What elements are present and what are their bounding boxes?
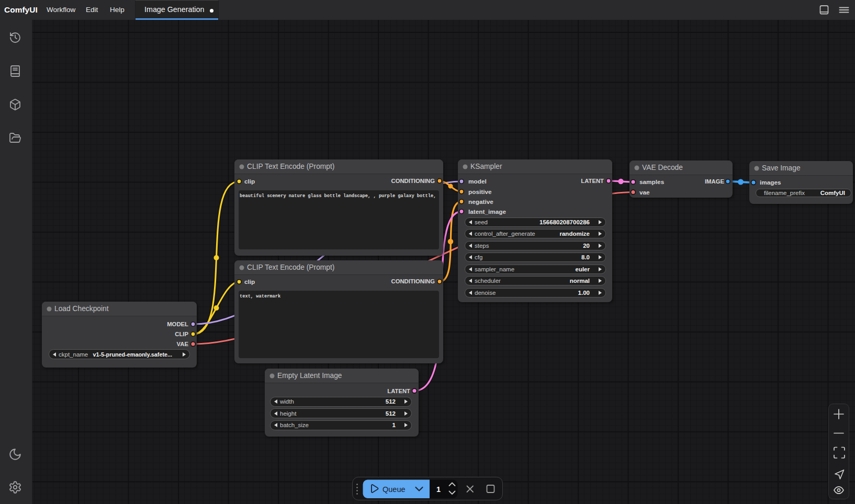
- svg-text:1: 1: [436, 485, 441, 494]
- svg-text:Queue: Queue: [383, 485, 406, 494]
